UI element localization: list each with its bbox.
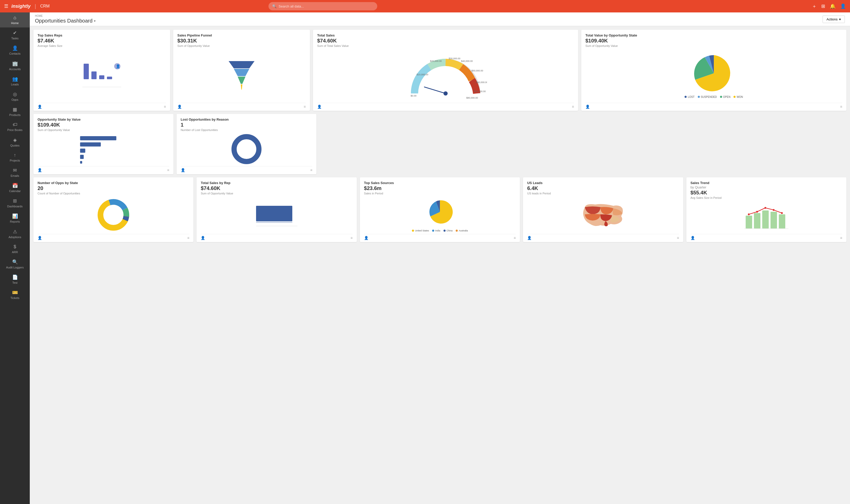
us-map-svg	[580, 199, 626, 230]
widget-value: $109.40K	[38, 122, 169, 128]
table-icon[interactable]: ≡	[187, 236, 189, 240]
gauge-svg: $0.00 $10,000.00 $20,000.00 $30,000.00 $…	[404, 50, 487, 101]
sidebar-item-reports[interactable]: 📊 Reports	[0, 211, 30, 226]
svg-text:$50,000.00: $50,000.00	[471, 69, 483, 72]
actions-button[interactable]: Actions ▾	[822, 16, 845, 23]
person-icon[interactable]: 👤	[201, 236, 205, 240]
sidebar-item-audit[interactable]: 🔍 Audit Loggers	[0, 256, 30, 272]
table-icon[interactable]: ≡	[310, 168, 312, 172]
table-icon[interactable]: ≡	[572, 105, 574, 109]
widget-total-value-by-state: Total Value by Opportunity State $109.40…	[581, 30, 846, 111]
sidebar-item-emails[interactable]: ✉ Emails	[0, 165, 30, 180]
person-icon[interactable]: 👤	[585, 105, 590, 109]
widget-footer: 👤 ≡	[177, 103, 306, 109]
nav-actions: ＋ ⊞ 🔔 👤	[812, 3, 846, 9]
sidebar-item-quotes[interactable]: ◈ Quotes	[0, 134, 30, 150]
menu-icon[interactable]: ☰	[4, 3, 8, 9]
notification-icon[interactable]: 🔔	[830, 3, 835, 9]
sources-pie-svg	[426, 198, 454, 226]
bar-chart-svg: 👤	[38, 61, 166, 90]
sidebar-item-arr[interactable]: $ ARR	[0, 241, 30, 256]
sidebar-label-tickets: Tickets	[10, 296, 19, 300]
pie-legend: LOST SUSPENDED OPEN	[685, 95, 743, 98]
legend-dot-australia	[456, 230, 458, 232]
user-icon[interactable]: 👤	[840, 3, 846, 9]
svg-rect-26	[80, 161, 82, 164]
sidebar-label-dashboards: Dashboards	[7, 205, 22, 208]
person-icon[interactable]: 👤	[38, 236, 42, 240]
tickets-icon: 🎫	[12, 290, 18, 295]
widget-value: $109.40K	[585, 38, 842, 44]
calendar-icon: 📅	[12, 183, 18, 188]
person-icon[interactable]: 👤	[177, 105, 182, 109]
widget-value: $7.46K	[38, 38, 166, 44]
widget-title: Total Sales	[317, 33, 574, 37]
sidebar-item-home[interactable]: ⌂ Home	[0, 13, 30, 28]
emails-icon: ✉	[13, 167, 17, 173]
table-icon[interactable]: ≡	[840, 105, 842, 109]
person-icon[interactable]: 👤	[527, 236, 531, 240]
chevron-down-icon: ▾	[94, 19, 95, 23]
add-icon[interactable]: ＋	[812, 3, 817, 9]
sidebar-item-projects[interactable]: ↑ Projects	[0, 150, 30, 165]
grid-icon[interactable]: ⊞	[821, 3, 825, 9]
widget-title: Total Value by Opportunity State	[585, 33, 842, 37]
widget-body	[177, 50, 306, 101]
sidebar-item-calendar[interactable]: 📅 Calendar	[0, 180, 30, 195]
sidebar-item-contacts[interactable]: 👤 Contacts	[0, 43, 30, 58]
sidebar-item-dashboards[interactable]: ⊞ Dashboards	[0, 195, 30, 211]
sidebar-item-accounts[interactable]: 🏢 Accounts	[0, 58, 30, 73]
table-icon[interactable]: ≡	[304, 105, 306, 109]
legend-label-lost: LOST	[688, 95, 694, 98]
table-icon[interactable]: ≡	[514, 236, 516, 240]
sidebar-item-price-books[interactable]: 🏷 Price Books	[0, 119, 30, 134]
widget-footer: 👤 ≡	[585, 103, 842, 109]
table-icon[interactable]: ≡	[840, 236, 842, 240]
person-icon[interactable]: 👤	[690, 236, 695, 240]
legend-dot-lost	[685, 96, 687, 98]
products-icon: ▦	[13, 107, 17, 112]
person-icon[interactable]: 👤	[38, 168, 42, 172]
sidebar-label-projects: Projects	[10, 159, 20, 162]
sidebar-item-tickets[interactable]: 🎫 Tickets	[0, 287, 30, 302]
search-bar[interactable]: 🔍	[269, 2, 377, 10]
table-icon[interactable]: ≡	[350, 236, 352, 240]
svg-rect-23	[80, 142, 101, 146]
search-input[interactable]	[278, 4, 374, 8]
person-icon[interactable]: 👤	[364, 236, 368, 240]
sidebar-label-audit: Audit Loggers	[6, 266, 24, 269]
arr-icon: $	[14, 244, 16, 250]
table-icon[interactable]: ≡	[677, 236, 679, 240]
table-icon[interactable]: ≡	[167, 168, 169, 172]
sidebar-item-test[interactable]: 📄 Test	[0, 272, 30, 287]
widget-subtitle: Sum of Opportunity Value	[38, 128, 169, 131]
sidebar-item-tasks[interactable]: ✔ Tasks	[0, 28, 30, 43]
sidebar-item-opps[interactable]: ◎ Opps	[0, 89, 30, 104]
main-content: HOME Opportunities Dashboard ▾ Actions ▾…	[30, 13, 850, 504]
legend-item-australia: Australia	[456, 229, 468, 232]
widget-value: 1	[181, 122, 312, 128]
legend-item-china: China	[444, 229, 453, 232]
svg-marker-9	[238, 77, 246, 84]
pricebooks-icon: 🏷	[13, 122, 17, 127]
table-icon[interactable]: ≡	[164, 105, 166, 109]
widget-body	[181, 133, 312, 165]
sidebar-label-accounts: Accounts	[9, 68, 21, 71]
svg-rect-40	[771, 212, 777, 229]
widget-value: $23.6m	[364, 185, 516, 191]
person-icon[interactable]: 👤	[317, 105, 322, 109]
widget-body	[38, 133, 169, 165]
person-icon[interactable]: 👤	[38, 105, 42, 109]
dashboard-row-3: Number of Opps by State 20 Count of Numb…	[33, 177, 846, 242]
widget-footer: 👤 ≡	[364, 234, 516, 240]
page-title-text: Opportunities Dashboard	[35, 18, 92, 24]
sidebar-label-contacts: Contacts	[9, 52, 20, 55]
pie-chart-svg	[690, 53, 737, 94]
sidebar-item-leads[interactable]: 👥 Leads	[0, 73, 30, 89]
sidebar-item-products[interactable]: ▦ Products	[0, 104, 30, 119]
widget-body: LOST SUSPENDED OPEN	[585, 50, 842, 101]
person-icon[interactable]: 👤	[181, 168, 185, 172]
donut-multi-svg	[96, 198, 130, 232]
sidebar-item-adoptions[interactable]: ⚠ Adoptions	[0, 226, 30, 241]
opps-icon: ◎	[13, 91, 17, 97]
